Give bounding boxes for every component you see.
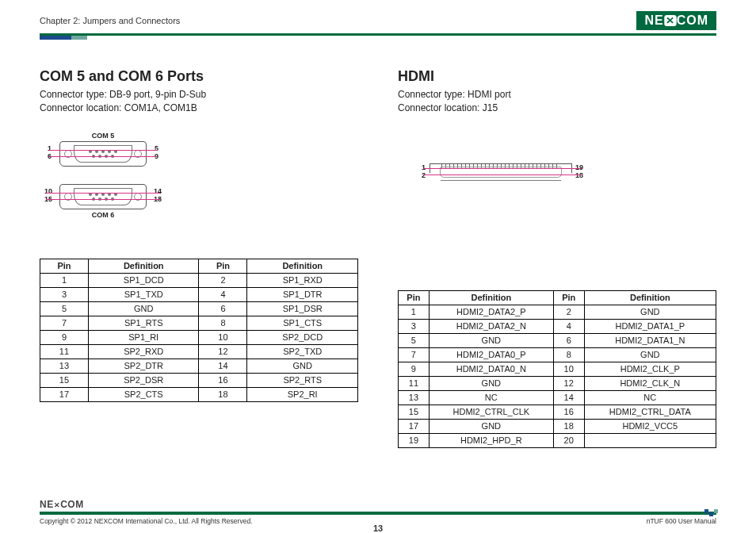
table-row: 7SP1_RTS8SP1_CTS	[40, 316, 358, 330]
table-row: 1SP1_DCD2SP1_RXD	[40, 273, 358, 287]
com5-label: COM 5	[55, 132, 151, 140]
th-def: Definition	[429, 290, 553, 305]
db9-diagram: COM 5 1 6 5 9	[40, 132, 358, 259]
table-row: 7HDMI2_DATA0_P8GND	[399, 347, 716, 362]
table-row: 19HDMI2_HPD_R20	[399, 433, 716, 447]
chapter-label: Chapter 2: Jumpers and Connectors	[40, 16, 180, 25]
header-divider	[40, 33, 716, 40]
th-pin: Pin	[40, 259, 89, 273]
brand-logo: NE✕COM	[636, 11, 716, 30]
table-row: 15SP2_DSR16SP2_RTS	[40, 373, 358, 387]
table-row: 11GND12HDMI2_CLK_N	[399, 376, 716, 390]
connector-type: Connector type: DB-9 port, 9-pin D-Sub	[40, 88, 358, 102]
table-row: 15HDMI2_CTRL_CLK16HDMI2_CTRL_DATA	[399, 405, 716, 419]
hdmi-diagram: 1 2 19 18	[398, 163, 716, 290]
connector-type: Connector type: HDMI port	[398, 88, 716, 102]
table-row: 5GND6SP1_DSR	[40, 301, 358, 316]
table-row: 5GND6HDMI2_DATA1_N	[399, 333, 716, 347]
table-row: 17GND18HDMI2_VCC5	[399, 419, 716, 433]
connector-location: Connector location: J15	[398, 102, 716, 115]
table-row: 9SP1_RI10SP2_DCD	[40, 330, 358, 344]
section-title: HDMI	[398, 68, 716, 85]
th-pin: Pin	[553, 290, 584, 305]
table-row: 13NC14NC	[399, 390, 716, 405]
table-row: 11SP2_RXD12SP2_TXD	[40, 344, 358, 359]
th-pin: Pin	[199, 259, 247, 273]
table-row: 3SP1_TXD4SP1_DTR	[40, 287, 358, 301]
hdmi-section: HDMI Connector type: HDMI port Connector…	[398, 68, 716, 448]
page-footer: NE✕COM Copyright © 2012 NEXCOM Internati…	[40, 499, 716, 525]
table-row: 13SP2_DTR14GND	[40, 359, 358, 373]
table-row: 1HDMI2_DATA2_P2GND	[399, 305, 716, 319]
table-row: 17SP2_CTS18SP2_RI	[40, 387, 358, 401]
th-def: Definition	[88, 259, 199, 273]
table-row: 9HDMI2_DATA0_N10HDMI2_CLK_P	[399, 362, 716, 376]
com-ports-section: COM 5 and COM 6 Ports Connector type: DB…	[40, 68, 358, 448]
section-title: COM 5 and COM 6 Ports	[40, 68, 358, 85]
hdmi-pin-table: Pin Definition Pin Definition 1HDMI2_DAT…	[398, 290, 716, 448]
footer-logo: NE✕COM	[40, 499, 716, 510]
th-def: Definition	[247, 259, 358, 273]
table-row: 3HDMI2_DATA2_N4HDMI2_DATA1_P	[399, 319, 716, 333]
th-def: Definition	[584, 290, 716, 305]
th-pin: Pin	[399, 290, 430, 305]
com6-label: COM 6	[55, 211, 151, 219]
page-number: 13	[40, 523, 716, 533]
connector-location: Connector location: COM1A, COM1B	[40, 102, 358, 115]
com-pin-table: Pin Definition Pin Definition 1SP1_DCD2S…	[40, 259, 358, 402]
